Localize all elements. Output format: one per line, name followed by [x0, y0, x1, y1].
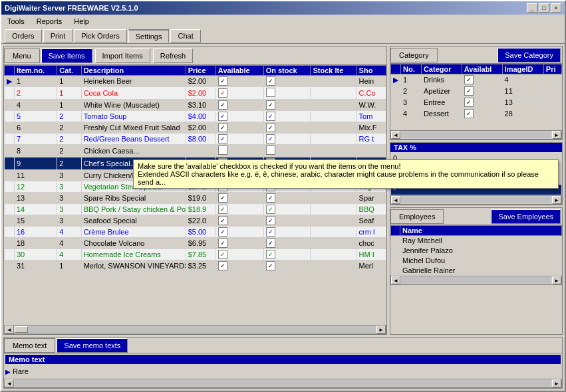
on-stock-cell[interactable] — [263, 193, 311, 204]
on-stock-cell[interactable] — [263, 111, 311, 122]
available-cell[interactable] — [215, 238, 263, 249]
memo-scroll-right[interactable]: ► — [552, 379, 561, 387]
available-checkbox[interactable] — [218, 205, 227, 214]
scroll-right-btn[interactable]: ► — [376, 326, 386, 334]
table-row[interactable]: 164Crème Brulee$5.00crm l — [5, 227, 386, 238]
available-cell[interactable] — [215, 227, 263, 238]
available-checkbox[interactable] — [218, 193, 227, 203]
available-checkbox[interactable] — [218, 146, 227, 155]
cat-available-cell[interactable] — [462, 108, 502, 120]
tab-print[interactable]: Print — [43, 29, 73, 43]
table-row[interactable]: 133Spare Ribs Special$19.0Spar — [5, 193, 386, 204]
available-cell[interactable] — [215, 111, 263, 122]
cat-hscrollbar[interactable]: ◄ ► — [390, 130, 562, 140]
cat-table-row[interactable]: 4Dessert28 — [391, 108, 562, 120]
on-stock-cell[interactable] — [263, 249, 311, 260]
cat-available-checkbox[interactable] — [464, 98, 474, 107]
refresh-button[interactable]: Refresh — [153, 49, 194, 63]
table-row[interactable]: 153Seafood Special$22.0Seaf — [5, 215, 386, 227]
tab-orders[interactable]: Orders — [5, 29, 42, 43]
on-stock-checkbox[interactable] — [266, 134, 275, 144]
tax-scroll-left[interactable]: ◄ — [391, 196, 400, 204]
memo-scroll-track[interactable] — [15, 380, 551, 387]
on-stock-checkbox[interactable] — [266, 112, 275, 121]
table-row[interactable]: 143BBQ Pork / Satay chicken & Pork$18.9B… — [5, 204, 386, 215]
table-row[interactable]: 184Chocolate Volcano$6.95choc — [5, 238, 386, 249]
menu-tools[interactable]: Tools — [5, 17, 27, 26]
tax-scroll-track[interactable] — [401, 197, 551, 203]
tab-settings[interactable]: Settings — [128, 29, 170, 43]
available-cell[interactable] — [215, 134, 263, 145]
tax-scroll-right[interactable]: ► — [552, 196, 561, 204]
memo-text-tab[interactable]: Memo text — [4, 338, 55, 353]
on-stock-checkbox[interactable] — [266, 193, 275, 203]
emp-scroll-track[interactable] — [401, 277, 551, 284]
tax-hscrollbar[interactable]: ◄ ► — [390, 195, 562, 205]
cat-table-row[interactable]: 3Entree13 — [391, 97, 562, 108]
emp-hscrollbar[interactable]: ◄ ► — [390, 276, 562, 285]
cat-available-cell[interactable] — [462, 86, 502, 97]
available-checkbox[interactable] — [218, 100, 227, 110]
cat-available-checkbox[interactable] — [464, 75, 474, 84]
available-checkbox[interactable] — [218, 112, 227, 121]
category-tab[interactable]: Category — [390, 48, 438, 62]
cat-available-cell[interactable] — [462, 97, 502, 108]
cat-scroll-left[interactable]: ◄ — [391, 131, 400, 139]
table-row[interactable]: 21Coca Cola$2.00C.Co — [5, 87, 386, 100]
cat-table-row[interactable]: 2Apetizer11 — [391, 86, 562, 97]
available-cell[interactable] — [215, 249, 263, 260]
on-stock-cell[interactable] — [263, 204, 311, 215]
on-stock-cell[interactable] — [263, 87, 311, 100]
maximize-button[interactable]: □ — [539, 3, 549, 13]
save-memo-button[interactable]: Save memo texts — [57, 338, 128, 353]
close-button[interactable]: × — [551, 3, 561, 13]
table-row[interactable]: 304Homemade Ice Creams$7.85HM I — [5, 249, 386, 260]
save-items-button[interactable]: Save Items — [41, 49, 92, 63]
emp-scroll-right[interactable]: ► — [552, 276, 561, 284]
available-checkbox[interactable] — [218, 261, 227, 270]
emp-table-row[interactable]: Michel Dufou — [391, 256, 562, 266]
menu-tab[interactable]: Menu — [4, 49, 40, 63]
on-stock-cell[interactable] — [263, 134, 311, 145]
on-stock-cell[interactable] — [263, 76, 311, 87]
available-cell[interactable] — [215, 87, 263, 100]
on-stock-checkbox[interactable] — [266, 239, 275, 248]
on-stock-checkbox[interactable] — [266, 146, 275, 155]
on-stock-checkbox[interactable] — [266, 123, 275, 132]
table-row[interactable]: ▶11Heineken Beer$2.00Hein — [5, 76, 386, 87]
emp-table-row[interactable]: Jennifer Palazo — [391, 246, 562, 256]
available-cell[interactable] — [215, 260, 263, 272]
available-checkbox[interactable] — [218, 250, 227, 259]
memo-hscrollbar[interactable]: ◄ ► — [4, 379, 562, 388]
available-checkbox[interactable] — [218, 216, 227, 225]
available-cell[interactable] — [215, 100, 263, 111]
cat-scroll-track[interactable] — [401, 132, 551, 138]
on-stock-checkbox[interactable] — [266, 227, 275, 237]
items-table-container[interactable]: Item.no. Cat. Description Price Availabl… — [4, 65, 386, 325]
memo-scroll-left[interactable]: ◄ — [5, 379, 14, 387]
cat-available-checkbox[interactable] — [464, 109, 474, 118]
emp-table-row[interactable]: Ray Mitchell — [391, 236, 562, 246]
on-stock-cell[interactable] — [263, 145, 311, 157]
table-row[interactable]: 41White Wine (Muscadet)$3.10W.W. — [5, 100, 386, 111]
scroll-track[interactable] — [15, 326, 376, 333]
emp-table-row[interactable]: Gabrielle Rainer — [391, 266, 562, 276]
table-row[interactable]: 82Chicken Caesa... — [5, 145, 386, 157]
on-stock-checkbox[interactable] — [266, 216, 275, 225]
employees-tab[interactable]: Employees — [390, 209, 444, 224]
cat-table-row[interactable]: ▶1Drinks4 — [391, 74, 562, 86]
tab-chat[interactable]: Chat — [170, 29, 200, 43]
available-checkbox[interactable] — [218, 134, 227, 144]
on-stock-cell[interactable] — [263, 227, 311, 238]
emp-table-container[interactable]: Name Ray MitchellJennifer PalazoMichel D… — [390, 225, 562, 276]
on-stock-cell[interactable] — [263, 122, 311, 134]
table-row[interactable]: 52Tomato Soup$4.00Tom — [5, 111, 386, 122]
available-cell[interactable] — [215, 76, 263, 87]
available-checkbox[interactable] — [218, 76, 227, 86]
available-cell[interactable] — [215, 193, 263, 204]
table-row[interactable]: 311Merlot, SWANSON VINEYARDS$3.25Merl — [5, 260, 386, 272]
save-category-button[interactable]: Save Category — [497, 48, 561, 62]
available-checkbox[interactable] — [218, 88, 227, 98]
on-stock-cell[interactable] — [263, 100, 311, 111]
save-employees-button[interactable]: Save Employees — [491, 209, 561, 224]
